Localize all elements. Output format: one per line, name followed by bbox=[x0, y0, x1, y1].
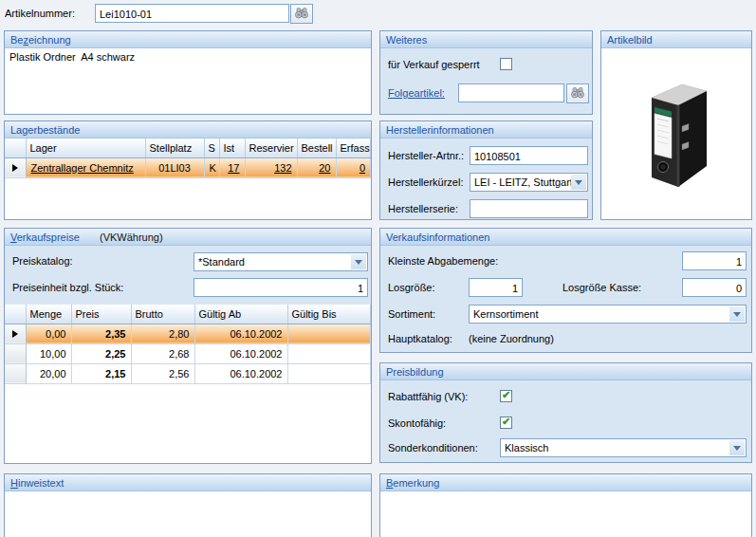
col-s[interactable]: S bbox=[204, 139, 219, 157]
artikelnummer-search-button[interactable] bbox=[290, 4, 313, 24]
col-brutto[interactable]: Brutto bbox=[131, 305, 194, 324]
row-selector-arrow-icon bbox=[12, 330, 18, 338]
group-weiteres: Weiteres für Verkauf gesperrt Folgeartik… bbox=[379, 30, 593, 115]
skontofaehig-label: Skontofähig: bbox=[388, 417, 446, 429]
group-verkaufsinfo: Verkaufsinformationen Kleinste Abgabemen… bbox=[379, 228, 752, 353]
ist-link[interactable]: 17 bbox=[228, 162, 239, 174]
col-lager[interactable]: Lager bbox=[26, 139, 145, 157]
hersteller-artnr-input[interactable] bbox=[470, 146, 588, 165]
preise-header-row: Menge Preis Brutto Gültig Ab Gültig Bis bbox=[5, 305, 371, 324]
col-ist[interactable]: Ist bbox=[219, 139, 245, 157]
preiskatalog-dropdown[interactable]: *Standard bbox=[194, 252, 368, 271]
losgroesse-kasse-input[interactable] bbox=[682, 278, 747, 297]
group-artikelbild: Artikelbild bbox=[600, 30, 752, 220]
group-verkaufspreise: Verkaufspreise (VKWährung) Preiskatalog:… bbox=[4, 228, 372, 464]
lagerbestaende-table: Lager Stellplatz S Ist Reservier Bestell… bbox=[5, 139, 371, 178]
losgroesse-input[interactable] bbox=[469, 278, 523, 297]
verkaufsinfo-title: Verkaufsinformationen bbox=[380, 229, 751, 246]
lager-link[interactable]: Zentrallager Chemnitz bbox=[31, 162, 134, 174]
folgeartikel-link[interactable]: Folgeartikel: bbox=[388, 87, 445, 99]
abgabemenge-label: Kleinste Abgabemenge: bbox=[388, 255, 498, 267]
col-menge[interactable]: Menge bbox=[26, 305, 71, 324]
rabattfaehig-checkbox[interactable] bbox=[500, 390, 512, 402]
row-selector-arrow-icon bbox=[12, 164, 18, 172]
group-preisbildung: Preisbildung Rabattfähig (VK): Skontofäh… bbox=[379, 362, 752, 463]
binoculars-icon bbox=[294, 7, 309, 21]
table-row[interactable]: 10,00 2,25 2,68 06.10.2002 bbox=[5, 343, 371, 363]
hersteller-title: Herstellerinformationen bbox=[380, 121, 592, 139]
herstellerserie-input[interactable] bbox=[470, 199, 588, 218]
sortiment-label: Sortiment: bbox=[388, 308, 435, 320]
vk-waehrung-label: (VKWährung) bbox=[100, 229, 163, 246]
herstellerkuerzel-dropdown[interactable]: LEI - LEITZ, Stuttgart bbox=[470, 173, 588, 192]
abgabemenge-input[interactable] bbox=[682, 251, 747, 270]
chevron-down-icon[interactable] bbox=[351, 254, 366, 269]
reservier-link[interactable]: 132 bbox=[274, 162, 291, 174]
losgroesse-kasse-label: Losgröße Kasse: bbox=[562, 282, 641, 293]
verkaufspreise-table: Menge Preis Brutto Gültig Ab Gültig Bis … bbox=[5, 305, 371, 384]
col-gueltig-bis[interactable]: Gültig Bis bbox=[287, 305, 371, 324]
preiskatalog-label: Preiskatalog: bbox=[12, 255, 73, 267]
bezeichnung-title: Bezeichnung bbox=[5, 31, 371, 48]
preiseinheit-input[interactable] bbox=[194, 278, 368, 297]
hauptkatalog-value: (keine Zuordnung) bbox=[469, 333, 554, 344]
bemerkung-text[interactable] bbox=[380, 491, 751, 537]
herstellerserie-label: Herstellerserie: bbox=[388, 203, 458, 214]
gesperrt-label: für Verkauf gesperrt bbox=[388, 59, 480, 70]
artikelnummer-label: Artikelnummer: bbox=[5, 8, 75, 19]
weiteres-title: Weiteres bbox=[380, 31, 592, 48]
gesperrt-checkbox[interactable] bbox=[500, 58, 512, 70]
chevron-down-icon[interactable] bbox=[729, 440, 745, 455]
sonderkonditionen-label: Sonderkonditionen: bbox=[388, 442, 478, 454]
verkaufspreise-title: Verkaufspreise (VKWährung) bbox=[5, 229, 371, 246]
group-hinweistext: Hinweistext bbox=[4, 473, 372, 537]
group-bemerkung: Bemerkung bbox=[379, 473, 752, 537]
preiseinheit-label: Preiseinheit bzgl. Stück: bbox=[12, 282, 123, 293]
binoculars-icon bbox=[570, 86, 585, 101]
erfasst-link[interactable]: 0 bbox=[360, 162, 365, 174]
table-row[interactable]: 20,00 2,15 2,56 06.10.2002 bbox=[5, 363, 371, 383]
chevron-down-icon[interactable] bbox=[729, 306, 745, 322]
table-row[interactable]: 0,00 2,35 2,80 06.10.2002 bbox=[5, 324, 371, 343]
artikelbild-title: Artikelbild bbox=[601, 31, 751, 48]
hersteller-artnr-label: Hersteller-Artnr.: bbox=[388, 150, 464, 161]
group-bezeichnung: Bezeichnung Plastik Ordner A4 schwarz bbox=[4, 30, 372, 115]
col-reservier[interactable]: Reservier bbox=[245, 139, 297, 157]
col-stellplatz[interactable]: Stellplatz bbox=[145, 139, 204, 157]
group-hersteller: Herstellerinformationen Hersteller-Artnr… bbox=[379, 120, 593, 220]
bemerkung-title: Bemerkung bbox=[380, 474, 751, 491]
skontofaehig-checkbox[interactable] bbox=[500, 417, 512, 429]
col-preis[interactable]: Preis bbox=[71, 305, 131, 324]
folgeartikel-search-button[interactable] bbox=[566, 83, 589, 103]
col-gueltig-ab[interactable]: Gültig Ab bbox=[194, 305, 287, 324]
lagerbestaende-title: Lagerbestände bbox=[5, 121, 371, 139]
article-photo-binder bbox=[629, 68, 724, 199]
article-form-screen: Artikelnummer: Bezeichnung Plastik Ordne… bbox=[0, 0, 756, 537]
col-bestell[interactable]: Bestell bbox=[297, 139, 336, 157]
col-erfasst[interactable]: Erfasst bbox=[336, 139, 371, 157]
preisbildung-title: Preisbildung bbox=[380, 363, 751, 380]
table-row[interactable]: Zentrallager Chemnitz 01LI03 K 17 132 20… bbox=[5, 157, 371, 177]
chevron-down-icon[interactable] bbox=[571, 175, 586, 190]
hinweistext-title: Hinweistext bbox=[5, 474, 371, 491]
bezeichnung-text[interactable]: Plastik Ordner A4 schwarz bbox=[5, 48, 371, 114]
artikelnummer-input[interactable] bbox=[95, 4, 289, 23]
hauptkatalog-label: Hauptkatalog: bbox=[388, 333, 452, 344]
losgroesse-label: Losgröße: bbox=[388, 282, 435, 293]
lagerbestaende-header-row: Lager Stellplatz S Ist Reservier Bestell… bbox=[5, 139, 371, 157]
sortiment-dropdown[interactable]: Kernsortiment bbox=[469, 305, 747, 324]
sonderkonditionen-dropdown[interactable]: Klassisch bbox=[500, 438, 747, 457]
folgeartikel-input[interactable] bbox=[458, 83, 564, 102]
group-lagerbestaende: Lagerbestände Lager Stellplatz S Ist Res… bbox=[4, 120, 372, 220]
hinweistext-text[interactable] bbox=[5, 491, 371, 537]
herstellerkuerzel-label: Herstellerkürzel: bbox=[388, 176, 463, 188]
rabattfaehig-label: Rabattfähig (VK): bbox=[388, 391, 468, 402]
bestell-link[interactable]: 20 bbox=[319, 162, 330, 174]
